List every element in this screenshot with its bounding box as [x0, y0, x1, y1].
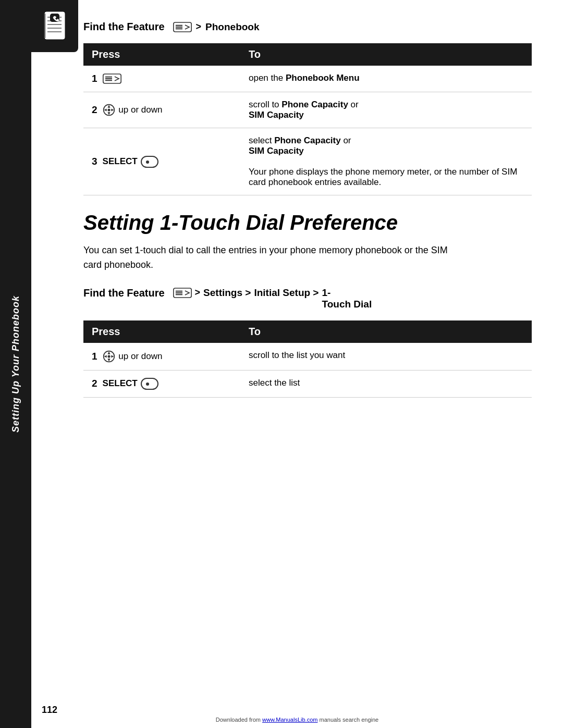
- table-row: 3 SELECT select Phone Capacity or SIM Ca…: [83, 128, 532, 195]
- to-cell-5: select the list: [240, 370, 532, 397]
- section-2-heading: Setting 1-Touch Dial Preference: [83, 211, 532, 234]
- find-feature-path-2: > Settings > Initial Setup > 1-Touch Dia…: [173, 287, 372, 310]
- svg-point-26: [107, 355, 110, 357]
- select-btn-2: SELECT: [103, 378, 158, 390]
- path-1touch: 1-Touch Dial: [322, 287, 372, 310]
- table-row: 1 open the Phonebook: [83, 66, 532, 92]
- path-arrow-2: >: [195, 287, 201, 298]
- path-arrow-1: >: [196, 21, 202, 32]
- to-cell-3: select Phone Capacity or SIM Capacity Yo…: [240, 128, 532, 195]
- sidebar: Setting Up Your Phonebook: [0, 0, 31, 728]
- select-btn-icon-1: [141, 156, 158, 168]
- col-to-1: To: [240, 43, 532, 66]
- step-number-5: 2: [92, 378, 97, 389]
- svg-point-16: [107, 108, 110, 111]
- table-row: 1 up or down: [83, 343, 532, 371]
- menu-press-icon-1: [103, 73, 121, 84]
- step-number-2: 2: [92, 104, 97, 116]
- dot-icon-2: [146, 382, 149, 386]
- path-settings: Settings >: [203, 287, 251, 299]
- instruction-table-2: Press To 1: [83, 320, 532, 398]
- col-press-2: Press: [83, 320, 240, 343]
- step-cell-5: 2 SELECT: [83, 370, 240, 397]
- description-text-1: Your phone displays the phone memory met…: [249, 167, 517, 187]
- table-row: 2 up or down: [83, 92, 532, 128]
- select-btn-icon-2: [141, 378, 158, 390]
- path-initial-setup: Initial Setup >: [254, 287, 319, 299]
- path-phonebook-1: Phonebook: [205, 21, 259, 33]
- sim-capacity-bold-1: SIM Capacity: [249, 110, 304, 120]
- to-cell-1: open the Phonebook Menu: [240, 66, 532, 92]
- menu-icon-2: [173, 287, 192, 299]
- find-feature-row-2: Find the Feature > Settings > Initial Se…: [83, 287, 532, 310]
- menu-icon-1: [173, 21, 192, 33]
- col-press-1: Press: [83, 43, 240, 66]
- to-cell-2: scroll to Phone Capacity or SIM Capacity: [240, 92, 532, 128]
- table-header-row-1: Press To: [83, 43, 532, 66]
- main-content: Find the Feature > Phonebook Press: [31, 0, 563, 434]
- sim-capacity-bold-2: SIM Capacity: [249, 146, 304, 156]
- section-2-body: You can set 1-touch dial to call the ent…: [83, 243, 448, 273]
- step-number-3: 3: [92, 156, 97, 167]
- col-to-2: To: [240, 320, 532, 343]
- phonebook-menu-bold: Phonebook Menu: [286, 73, 360, 83]
- phone-capacity-bold-2: Phone Capacity: [274, 135, 341, 145]
- find-feature-label-1: Find the Feature: [83, 21, 165, 33]
- updown-icon-2: up or down: [103, 350, 163, 363]
- table-header-row-2: Press To: [83, 320, 532, 343]
- to-cell-4: scroll to the list you want: [240, 343, 532, 371]
- footer-link[interactable]: www.ManualsLib.com: [262, 717, 317, 723]
- step-cell-2: 2 up or down: [83, 92, 240, 128]
- step-number-1: 1: [92, 73, 97, 84]
- select-btn-1: SELECT: [103, 156, 158, 168]
- instruction-table-1: Press To 1: [83, 43, 532, 195]
- phone-capacity-bold-1: Phone Capacity: [282, 100, 348, 109]
- page-number: 112: [42, 705, 57, 715]
- phonebook-icon: [41, 9, 69, 43]
- find-feature-path-1: > Phonebook: [173, 21, 260, 33]
- step-cell-3: 3 SELECT: [83, 128, 240, 195]
- sidebar-label: Setting Up Your Phonebook: [10, 295, 21, 433]
- step-cell-4: 1 up or down: [83, 343, 240, 371]
- footer: Downloaded from www.ManualsLib.com manua…: [31, 717, 563, 723]
- find-feature-row-1: Find the Feature > Phonebook: [83, 21, 532, 33]
- step-number-4: 1: [92, 351, 97, 362]
- updown-icon-1: up or down: [103, 104, 163, 116]
- find-feature-label-2: Find the Feature: [83, 287, 165, 299]
- corner-book-icon: [31, 0, 78, 52]
- step-cell-1: 1: [83, 66, 240, 92]
- dot-icon: [146, 161, 149, 164]
- table-row: 2 SELECT select the list: [83, 370, 532, 397]
